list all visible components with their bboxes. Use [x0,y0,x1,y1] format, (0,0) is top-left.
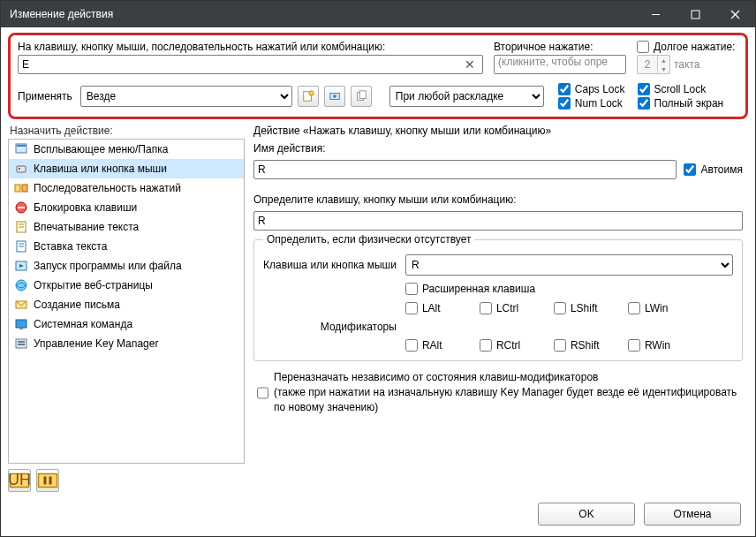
right-panel: Действие «Нажать клавишу, кнопку мыши ил… [248,123,748,492]
list-item[interactable]: Запуск программы или файла [9,256,244,276]
list-item[interactable]: Клавиша или кнопка мыши [9,159,244,178]
action-icon [14,298,28,312]
list-item[interactable]: Управление Key Manager [9,334,244,353]
svg-rect-11 [17,145,26,147]
list-item[interactable]: Всплывающее меню/Папка [9,140,244,159]
reassign-checkbox[interactable] [257,372,268,414]
list-item[interactable]: Впечатывание текста [9,217,244,237]
key-label: На клавишу, кнопку мыши, последовательно… [18,41,483,53]
group-legend: Определить, если физически отсутствует [263,233,474,246]
action-label: Системная команда [34,318,132,330]
mod-lshift-checkbox[interactable] [554,302,566,314]
apply-select[interactable]: Везде [80,86,292,107]
ok-button[interactable]: OK [538,503,635,526]
trigger-section: На клавишу, кнопку мыши, последовательно… [8,33,748,119]
action-header: Действие «Нажать клавишу, кнопку мыши ил… [253,123,743,137]
action-label: Последовательность нажатий [34,182,181,194]
mod-lalt-checkbox[interactable] [405,302,418,314]
svg-point-5 [309,91,314,95]
list-item[interactable]: Вставка текста [9,237,244,256]
left-panel: Назначить действие: Всплывающее меню/Пап… [8,123,245,492]
action-label: Запуск программы или файла [34,260,182,272]
list-item[interactable]: Последовательность нажатий [9,178,244,198]
secondary-label: Вторичное нажатие: [494,41,626,53]
svg-rect-13 [19,168,20,170]
svg-text:UH: UH [9,471,30,488]
reassign-text: Переназначать независимо от состояния кл… [274,371,598,383]
long-unit: такта [674,58,699,71]
modifiers-label: Модификаторы [263,321,397,333]
action-label: Вставка текста [34,240,107,253]
svg-point-7 [333,95,336,98]
fullscreen-checkbox[interactable] [638,97,650,110]
list-item[interactable]: Создание письма [9,295,244,314]
extended-key-checkbox[interactable] [405,283,418,295]
mod-lwin-checkbox[interactable] [628,302,640,314]
absent-group: Определить, если физически отсутствует К… [253,239,743,361]
secondary-input[interactable]: (кликните, чтобы опре [494,55,626,74]
layout-select[interactable]: При любой раскладке [389,86,544,107]
long-press-spinner: 2 ▲▼ [637,55,670,74]
action-label: Всплывающее меню/Папка [34,143,168,155]
content: На клавишу, кнопку мыши, последовательно… [1,27,755,536]
action-label: Впечатывание текста [34,221,139,233]
svg-rect-12 [17,166,26,172]
svg-rect-29 [19,328,23,329]
action-icon [14,200,28,215]
phys-key-select[interactable]: R [405,254,733,276]
action-name-input[interactable] [253,160,677,179]
action-icon [14,162,28,176]
close-button[interactable] [715,1,755,27]
svg-rect-32 [18,344,25,345]
capslock-checkbox[interactable] [558,83,571,95]
autoname-checkbox[interactable] [684,163,696,176]
svg-rect-36 [44,477,47,485]
mod-lctrl-checkbox[interactable] [480,302,492,314]
key-input-wrap[interactable]: ✕ [18,55,483,74]
action-icon [14,181,28,195]
list-item[interactable]: Открытие веб-страницы [9,276,244,295]
svg-rect-31 [18,341,25,343]
mod-rshift-checkbox[interactable] [554,339,566,352]
window-title: Изменение действия [10,8,636,20]
action-icon [14,259,28,273]
action-label: Открытие веб-страницы [34,279,153,291]
action-label: Клавиша или кнопка мыши [34,163,167,175]
svg-point-26 [16,280,26,291]
define-key-input[interactable] [253,211,743,231]
phys-key-label: Клавиша или кнопка мыши [263,259,397,271]
action-icon [14,337,28,351]
numlock-checkbox[interactable] [558,97,571,110]
pick-window-button[interactable] [324,86,345,107]
mod-rctrl-checkbox[interactable] [480,339,492,352]
spin-down-icon[interactable]: ▼ [658,64,669,73]
svg-rect-17 [18,207,25,208]
action-icon [14,220,28,234]
reassign-text2: (также при нажатии на изначальную клавиш… [274,386,737,413]
mod-rwin-checkbox[interactable] [628,339,640,352]
titlebar[interactable]: Изменение действия [1,1,755,27]
minimize-button[interactable] [636,1,676,27]
cancel-button[interactable]: Отмена [644,503,741,526]
list-item[interactable]: Блокировка клавиши [9,198,244,217]
key-input[interactable] [22,57,461,72]
action-label: Управление Key Manager [34,337,158,350]
new-target-button[interactable] [298,86,319,107]
copy-target-button[interactable] [351,86,372,107]
dialog-window: Изменение действия На клавишу, кнопку мы… [0,0,756,537]
action-list[interactable]: Всплывающее меню/ПапкаКлавиша или кнопка… [8,139,245,464]
unicode-button[interactable]: UH [8,469,31,492]
define-label: Определите клавишу, кнопку мыши или комб… [253,193,743,206]
maximize-button[interactable] [676,1,715,27]
modifiers-row: LAltLCtrlLShiftLWinRAltRCtrlRShiftRWin [405,302,733,352]
action-icon [14,142,28,156]
svg-rect-9 [359,91,366,99]
mod-ralt-checkbox[interactable] [405,339,418,352]
list-item[interactable]: Системная команда [9,314,244,334]
spin-up-icon[interactable]: ▲ [658,56,669,64]
dialog-buttons: OK Отмена [8,495,748,529]
long-press-checkbox[interactable] [637,41,649,53]
scrolllock-checkbox[interactable] [638,83,650,95]
pause-button[interactable] [36,469,59,492]
clear-key-icon[interactable]: ✕ [461,57,479,72]
